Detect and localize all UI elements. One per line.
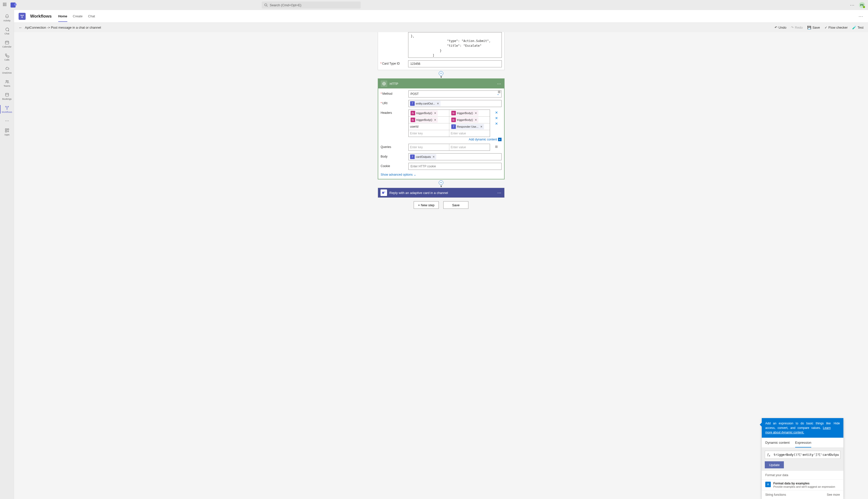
rail-calls[interactable]: Calls bbox=[0, 51, 14, 63]
workflows-more-icon[interactable]: ⋯ bbox=[858, 14, 864, 19]
svg-point-25 bbox=[384, 192, 385, 193]
phone-icon bbox=[4, 53, 10, 58]
format-item-desc: Provide examples and we'll suggest an ex… bbox=[773, 485, 835, 488]
queries-label: Queries bbox=[381, 145, 391, 149]
header-key-text[interactable]: userId bbox=[410, 125, 419, 129]
add-dynamic-content-link[interactable]: Add dynamic content+ bbox=[408, 138, 501, 141]
dc-description: Add an expression to do basic things lik… bbox=[765, 421, 831, 435]
arrow-down-icon: ▾ bbox=[440, 76, 442, 78]
header-key-token[interactable]: fxtriggerBody()✕ bbox=[410, 117, 438, 123]
expression-update-button[interactable]: Update bbox=[765, 461, 784, 468]
rail-more[interactable]: ⋯ bbox=[0, 116, 14, 125]
queries-grid[interactable]: Enter key Enter value bbox=[408, 144, 490, 151]
rail-teams[interactable]: Teams bbox=[0, 77, 14, 89]
query-key-placeholder[interactable]: Enter key bbox=[410, 145, 423, 149]
rail-workflows[interactable]: Workflows bbox=[0, 103, 14, 115]
fx-icon: fx bbox=[411, 118, 415, 122]
search-icon bbox=[264, 3, 268, 7]
reply-card-more-icon[interactable]: ⋯ bbox=[497, 191, 502, 195]
user-avatar[interactable]: PS bbox=[859, 2, 865, 8]
panel-caret-icon bbox=[760, 423, 762, 427]
token-remove-icon[interactable]: ✕ bbox=[436, 102, 439, 105]
flow-canvas[interactable]: }, "type": "Action.Submit", "title": "Es… bbox=[14, 32, 868, 499]
back-button[interactable]: ← bbox=[18, 25, 22, 30]
switch-mode-icon[interactable]: ⊞ bbox=[495, 145, 498, 148]
rail-apps[interactable]: Apps bbox=[0, 126, 14, 138]
header-val-placeholder[interactable]: Enter value bbox=[451, 132, 466, 135]
undo-button[interactable]: ↶Undo bbox=[774, 26, 786, 29]
body-token[interactable]: TcardOutputs✕ bbox=[410, 154, 436, 160]
svg-rect-13 bbox=[5, 129, 7, 130]
headers-grid[interactable]: fxtriggerBody()✕ fxtriggerBody()✕ fxtrig… bbox=[408, 110, 490, 137]
search-placeholder: Search (Cmd+Opt+E) bbox=[270, 3, 301, 7]
token-remove-icon[interactable]: ✕ bbox=[434, 118, 437, 122]
apps-icon bbox=[4, 128, 10, 133]
connector-1: + ▾ bbox=[378, 70, 505, 78]
header-key-token[interactable]: fxtriggerBody()✕ bbox=[410, 110, 438, 116]
delete-row-icon[interactable]: ✕ bbox=[495, 116, 498, 120]
rail-bookings[interactable]: Bookings bbox=[0, 90, 14, 102]
test-button[interactable]: 🧪Test bbox=[852, 26, 864, 29]
canvas-save-button[interactable]: Save bbox=[443, 201, 468, 209]
uri-token[interactable]: Tentity.cardOut...✕ bbox=[410, 101, 441, 106]
query-val-placeholder[interactable]: Enter value bbox=[451, 145, 466, 149]
svg-point-7 bbox=[7, 81, 8, 82]
token-remove-icon[interactable]: ✕ bbox=[474, 118, 478, 122]
tab-home[interactable]: Home bbox=[58, 11, 67, 22]
header-key-placeholder[interactable]: Enter key bbox=[410, 132, 423, 135]
expression-input[interactable] bbox=[772, 453, 840, 457]
dc-hide-button[interactable]: Hide bbox=[834, 421, 840, 435]
chevron-down-icon: ⌄ bbox=[414, 173, 416, 177]
format-item-title: Format data by examples bbox=[773, 482, 835, 485]
workflows-app-icon bbox=[18, 13, 26, 20]
dc-tab-expression[interactable]: Expression bbox=[795, 438, 811, 448]
flow-checker-button[interactable]: ✓Flow checker bbox=[824, 26, 848, 29]
delete-row-icon[interactable]: ✕ bbox=[495, 111, 498, 114]
teams-token-icon: T bbox=[410, 155, 415, 159]
switch-mode-icon[interactable]: ⊞ bbox=[498, 90, 500, 94]
rail-calendar[interactable]: Calendar bbox=[0, 38, 14, 50]
method-select[interactable]: POST⌄ bbox=[408, 90, 501, 97]
new-step-button[interactable]: + New step bbox=[414, 201, 439, 209]
show-advanced-link[interactable]: Show advanced options⌄ bbox=[381, 173, 501, 177]
top-more-icon[interactable]: ⋯ bbox=[850, 2, 855, 8]
header-val-token[interactable]: fxtriggerBody()✕ bbox=[451, 117, 479, 123]
token-remove-icon[interactable]: ✕ bbox=[474, 112, 478, 115]
token-remove-icon[interactable]: ✕ bbox=[432, 155, 435, 159]
rail-activity[interactable]: Activity bbox=[0, 12, 14, 24]
rail-label: Calendar bbox=[2, 46, 12, 48]
teams-logo-icon bbox=[11, 2, 15, 8]
reply-card-header[interactable]: Reply with an adaptive card in a channel… bbox=[378, 188, 504, 197]
adaptive-card-json-editor[interactable]: }, "type": "Action.Submit", "title": "Es… bbox=[408, 32, 502, 58]
people-icon bbox=[4, 79, 10, 84]
card-reply-adaptive[interactable]: Reply with an adaptive card in a channel… bbox=[378, 188, 505, 198]
rail-label: Bookings bbox=[2, 98, 12, 100]
header-val-token[interactable]: fxtriggerBody()✕ bbox=[451, 110, 479, 116]
rail-chat[interactable]: Chat bbox=[0, 25, 14, 37]
token-remove-icon[interactable]: ✕ bbox=[434, 112, 437, 115]
global-search[interactable]: Search (Cmd+Opt+E) bbox=[262, 1, 361, 9]
teams-token-icon: T bbox=[410, 101, 415, 106]
uri-input[interactable]: Tentity.cardOut...✕ bbox=[408, 100, 501, 107]
app-launcher-icon[interactable] bbox=[3, 3, 8, 7]
http-card-more-icon[interactable]: ⋯ bbox=[497, 82, 501, 86]
tab-chat[interactable]: Chat bbox=[88, 11, 95, 22]
header-val-token[interactable]: TResponder Use...✕ bbox=[451, 124, 484, 130]
rail-onedrive[interactable]: OneDrive bbox=[0, 64, 14, 76]
delete-row-icon[interactable]: ✕ bbox=[495, 122, 498, 126]
method-label: Method bbox=[382, 92, 392, 96]
tab-create[interactable]: Create bbox=[73, 11, 83, 22]
calendar-icon bbox=[4, 40, 10, 45]
svg-point-20 bbox=[22, 17, 22, 17]
card-post-message: }, "type": "Action.Submit", "title": "Es… bbox=[378, 32, 505, 70]
http-card-header[interactable]: HTTP ⋯ bbox=[378, 79, 504, 88]
cookie-input[interactable] bbox=[408, 163, 501, 170]
card-type-id-input[interactable]: 123456 bbox=[408, 60, 502, 67]
save-button[interactable]: 💾Save bbox=[807, 26, 820, 29]
format-by-examples-item[interactable]: A Format data by examples Provide exampl… bbox=[762, 479, 843, 490]
fx-icon: fx bbox=[451, 111, 456, 115]
see-more-link[interactable]: See more bbox=[827, 493, 840, 497]
token-remove-icon[interactable]: ✕ bbox=[480, 125, 483, 129]
body-input[interactable]: TcardOutputs✕ bbox=[408, 153, 501, 160]
dc-tab-dynamic[interactable]: Dynamic content bbox=[765, 438, 790, 448]
